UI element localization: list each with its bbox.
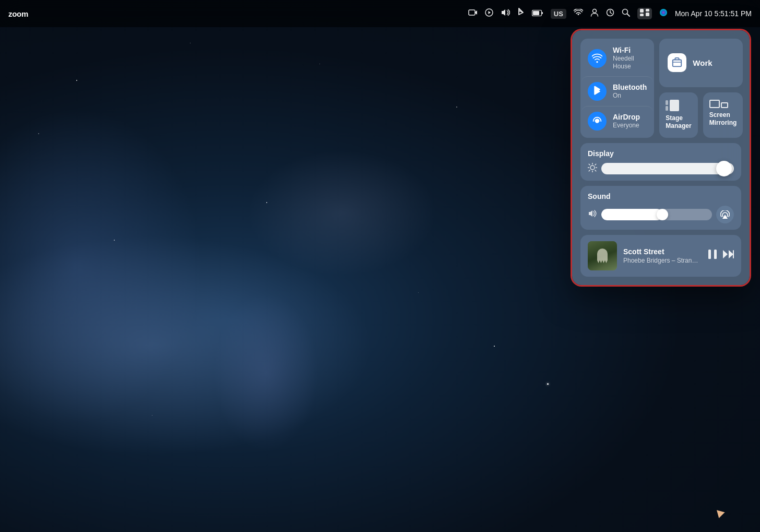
airdrop-icon — [588, 112, 607, 131]
menubar: zoom US — [0, 0, 760, 27]
display-section: Display — [580, 143, 741, 181]
time-machine-icon[interactable] — [606, 8, 614, 19]
media-controls — [708, 249, 734, 262]
user-icon[interactable] — [590, 8, 599, 19]
album-art — [588, 241, 617, 270]
stage-manager-icon — [666, 100, 679, 111]
volume-slider-icon — [588, 209, 597, 219]
now-playing-section: Scott Street Phoebe Bridgers – Stranger … — [580, 235, 741, 277]
work-label: Work — [693, 58, 712, 67]
airdrop-item[interactable]: AirDrop Everyone — [581, 106, 653, 136]
airdrop-subtitle: Everyone — [613, 122, 640, 130]
bluetooth-item[interactable]: Bluetooth On — [581, 76, 653, 106]
svg-rect-4 — [541, 12, 543, 14]
airdrop-text: AirDrop Everyone — [613, 113, 640, 129]
svg-rect-28 — [708, 250, 711, 259]
wifi-title: Wi-Fi — [613, 46, 647, 55]
bluetooth-subtitle: On — [613, 92, 647, 100]
bluetooth-text: Bluetooth On — [613, 83, 647, 100]
brightness-icon — [588, 163, 597, 174]
camera-icon[interactable] — [468, 8, 478, 19]
wifi-icon — [588, 49, 607, 68]
svg-rect-5 — [533, 11, 539, 15]
play-icon[interactable] — [485, 8, 493, 19]
svg-marker-2 — [488, 11, 491, 14]
display-title: Display — [588, 149, 734, 158]
work-tile[interactable]: Work — [659, 39, 743, 87]
svg-rect-16 — [673, 60, 682, 67]
track-title: Scott Street — [623, 247, 702, 256]
sound-section: Sound — [580, 186, 741, 230]
search-icon[interactable] — [622, 8, 630, 19]
svg-line-9 — [627, 14, 630, 17]
track-info: Scott Street Phoebe Bridgers – Stranger … — [623, 247, 702, 264]
sound-title: Sound — [588, 192, 734, 200]
menubar-right: US Mon Apr 10 5:51:51 PM — [468, 8, 752, 19]
svg-rect-30 — [733, 250, 734, 258]
wifi-menubar-icon[interactable] — [574, 9, 583, 18]
svg-point-14 — [660, 9, 667, 16]
pause-button[interactable] — [708, 249, 717, 262]
svg-point-6 — [592, 9, 596, 13]
display-brightness-slider[interactable] — [601, 163, 734, 174]
bottom-tiles: StageManager ScreenMirroring — [659, 92, 743, 138]
svg-line-24 — [595, 171, 596, 172]
app-name[interactable]: zoom — [8, 9, 28, 18]
svg-line-25 — [595, 164, 596, 165]
airplay-button[interactable] — [716, 206, 734, 223]
sound-slider-row — [588, 206, 734, 223]
bluetooth-title: Bluetooth — [613, 83, 647, 92]
display-slider-row — [588, 163, 734, 174]
svg-point-18 — [590, 165, 595, 170]
screen-mirroring-icon — [709, 100, 728, 108]
stage-manager-label: StageManager — [666, 114, 691, 131]
volume-slider[interactable] — [601, 209, 712, 220]
svg-rect-11 — [640, 14, 644, 16]
right-column: Work StageManager — [659, 39, 743, 138]
skip-forward-button[interactable] — [722, 249, 734, 262]
control-center-icon[interactable] — [637, 8, 652, 19]
track-artist: Phoebe Bridgers – Stranger i... — [623, 257, 702, 264]
airdrop-title: AirDrop — [613, 113, 640, 122]
svg-rect-12 — [646, 9, 649, 11]
svg-line-23 — [589, 164, 590, 165]
svg-rect-0 — [469, 10, 475, 15]
bluetooth-menubar-icon[interactable] — [517, 8, 525, 19]
wifi-text: Wi-Fi Needell House — [613, 46, 647, 71]
menubar-left: zoom — [8, 9, 28, 18]
svg-rect-13 — [646, 13, 649, 16]
wifi-subtitle: Needell House — [613, 55, 647, 71]
connectivity-group: Wi-Fi Needell House Bluetooth On — [580, 39, 654, 138]
keyboard-icon[interactable]: US — [551, 9, 566, 19]
volume-icon[interactable] — [501, 8, 510, 19]
bluetooth-icon — [588, 82, 607, 101]
svg-line-26 — [589, 171, 590, 172]
work-icon — [668, 53, 686, 72]
battery-icon[interactable] — [532, 9, 543, 18]
stage-manager-tile[interactable]: StageManager — [659, 92, 697, 138]
svg-rect-29 — [714, 250, 717, 259]
top-grid: Wi-Fi Needell House Bluetooth On — [580, 39, 741, 138]
control-center-panel: Wi-Fi Needell House Bluetooth On — [572, 30, 750, 285]
menubar-datetime: Mon Apr 10 5:51:51 PM — [675, 9, 752, 18]
wifi-item[interactable]: Wi-Fi Needell House — [581, 41, 653, 76]
siri-icon[interactable] — [659, 8, 668, 19]
screen-mirroring-tile[interactable]: ScreenMirroring — [703, 92, 743, 138]
screen-mirroring-label: ScreenMirroring — [709, 111, 737, 127]
svg-rect-10 — [640, 9, 644, 13]
